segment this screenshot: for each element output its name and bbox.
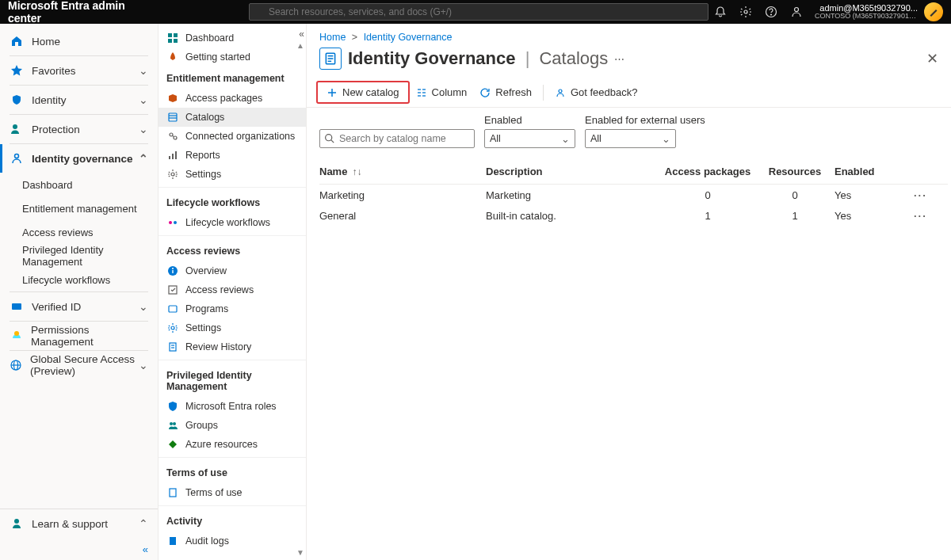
- settings-icon[interactable]: [734, 0, 758, 24]
- subnav-review-history[interactable]: Review History: [158, 337, 306, 356]
- verified-id-icon: [10, 299, 24, 314]
- svg-point-26: [169, 221, 172, 224]
- package-icon: [166, 92, 179, 105]
- svg-point-7: [15, 154, 19, 158]
- col-resources[interactable]: Resources: [755, 166, 835, 177]
- nav-sub-pim[interactable]: Privileged Identity Management: [0, 244, 158, 268]
- scroll-up-icon[interactable]: ▲: [296, 41, 304, 50]
- cell-access-packages: 0: [660, 189, 755, 201]
- subnav-reports[interactable]: Reports: [158, 146, 306, 165]
- home-icon: [10, 34, 24, 48]
- cell-resources: 1: [755, 210, 835, 222]
- svg-point-21: [174, 136, 177, 139]
- breadcrumb-identity-governance[interactable]: Identity Governance: [364, 32, 453, 43]
- cell-enabled: Yes: [835, 189, 914, 201]
- got-feedback-button[interactable]: Got feedback?: [548, 83, 644, 101]
- avatar[interactable]: [924, 2, 943, 21]
- nav-learn-support[interactable]: Learn & support ⌃: [0, 509, 158, 538]
- programs-icon: [166, 303, 179, 315]
- subnav-section-entitlement: Entitlement management: [158, 67, 306, 89]
- tenant-label: CONTOSO (M365T90327901.ON...: [815, 13, 918, 21]
- search-catalog-input[interactable]: [319, 129, 475, 148]
- new-catalog-button[interactable]: New catalog: [320, 83, 406, 101]
- nav-identity[interactable]: Identity ⌄: [0, 86, 158, 114]
- subnav-access-packages[interactable]: Access packages: [158, 89, 306, 108]
- sort-icon[interactable]: ↑↓: [352, 166, 361, 177]
- subnav-access-reviews[interactable]: Access reviews: [158, 280, 306, 299]
- subnav-audit-logs[interactable]: Audit logs: [158, 531, 306, 550]
- gear-icon: [166, 168, 179, 181]
- svg-rect-29: [172, 270, 173, 273]
- svg-rect-16: [174, 39, 178, 43]
- nav-favorites[interactable]: Favorites ⌄: [0, 56, 158, 85]
- col-description[interactable]: Description: [486, 166, 660, 177]
- svg-rect-24: [175, 151, 177, 159]
- lifecycle-icon: [166, 216, 179, 229]
- subnav-settings-2[interactable]: Settings: [158, 318, 306, 337]
- subnav-settings[interactable]: Settings: [158, 165, 306, 184]
- col-enabled[interactable]: Enabled: [835, 166, 914, 177]
- nav-sub-entitlement[interactable]: Entitlement management: [0, 196, 158, 220]
- svg-rect-8: [12, 303, 21, 310]
- help-icon[interactable]: [759, 0, 783, 24]
- feedback-icon[interactable]: [785, 0, 808, 24]
- subnav-azure-resources[interactable]: Azure resources: [158, 435, 306, 454]
- toolbar: New catalog Column Refresh Got: [307, 78, 951, 108]
- subnav-dashboard[interactable]: Dashboard: [158, 29, 306, 48]
- notifications-icon[interactable]: [708, 0, 732, 24]
- page-more-icon[interactable]: ⋯: [614, 53, 624, 65]
- row-more-button[interactable]: ···: [914, 210, 933, 222]
- reports-icon: [166, 149, 179, 162]
- svg-point-20: [170, 133, 173, 136]
- svg-point-5: [795, 8, 799, 12]
- nav-protection[interactable]: Protection ⌄: [0, 115, 158, 143]
- subnav-lifecycle-workflows[interactable]: Lifecycle workflows: [158, 213, 306, 232]
- nav-sub-lifecycle[interactable]: Lifecycle workflows: [0, 268, 158, 291]
- enabled-dropdown[interactable]: All ⌄: [484, 129, 575, 148]
- scroll-down-icon[interactable]: ▼: [296, 548, 304, 557]
- subnav-entra-roles[interactable]: Microsoft Entra roles: [158, 397, 306, 416]
- external-dropdown[interactable]: All ⌄: [585, 129, 676, 148]
- nav-identity-governance[interactable]: Identity governance ⌃: [0, 144, 158, 173]
- cell-description: Marketing: [486, 189, 660, 201]
- cell-resources: 0: [755, 189, 835, 201]
- svg-rect-34: [170, 343, 176, 351]
- chevron-up-icon: ⌃: [139, 152, 148, 165]
- svg-point-25: [171, 173, 174, 176]
- global-search-input[interactable]: [249, 3, 708, 21]
- nav-collapse-button[interactable]: «: [0, 538, 158, 560]
- subnav-catalogs[interactable]: Catalogs: [158, 108, 306, 127]
- svg-point-33: [171, 326, 174, 330]
- refresh-button[interactable]: Refresh: [473, 83, 538, 101]
- svg-rect-39: [170, 489, 176, 497]
- svg-point-4: [771, 14, 772, 15]
- subnav-overview[interactable]: Overview: [158, 261, 306, 280]
- close-icon[interactable]: ✕: [926, 50, 938, 67]
- user-email: admin@M365t9032790...: [815, 3, 918, 13]
- nav-sub-dashboard[interactable]: Dashboard: [0, 173, 158, 196]
- nav-permissions-management[interactable]: Permissions Management: [0, 322, 158, 350]
- subnav-getting-started[interactable]: Getting started: [158, 48, 306, 67]
- user-block[interactable]: admin@M365t9032790... CONTOSO (M365T9032…: [815, 3, 918, 21]
- nav-verified-id[interactable]: Verified ID ⌄: [0, 292, 158, 321]
- subnav-programs[interactable]: Programs: [158, 299, 306, 318]
- col-access-packages[interactable]: Access packages: [660, 166, 755, 177]
- subnav-terms-of-use[interactable]: Terms of use: [158, 483, 306, 502]
- row-more-button[interactable]: ···: [914, 189, 933, 201]
- page-title: Identity Governance: [348, 48, 516, 68]
- enabled-label: Enabled: [484, 114, 575, 126]
- subnav-groups[interactable]: Groups: [158, 416, 306, 435]
- external-label: Enabled for external users: [585, 114, 705, 126]
- nav-home[interactable]: Home: [0, 27, 158, 55]
- subnav-collapse-button[interactable]: «: [299, 29, 304, 40]
- nav-global-secure-access[interactable]: Global Secure Access (Preview) ⌄: [0, 351, 158, 379]
- nav-sub-access-reviews[interactable]: Access reviews: [0, 220, 158, 244]
- svg-rect-31: [169, 286, 177, 294]
- col-name[interactable]: Name: [319, 166, 347, 177]
- cell-enabled: Yes: [835, 210, 914, 222]
- column-button[interactable]: Column: [410, 83, 474, 101]
- breadcrumb-home[interactable]: Home: [319, 32, 346, 43]
- table-row[interactable]: GeneralBuilt-in catalog.11Yes···: [319, 205, 948, 226]
- table-row[interactable]: MarketingMarketing00Yes···: [319, 185, 948, 205]
- subnav-connected-orgs[interactable]: Connected organizations: [158, 127, 306, 146]
